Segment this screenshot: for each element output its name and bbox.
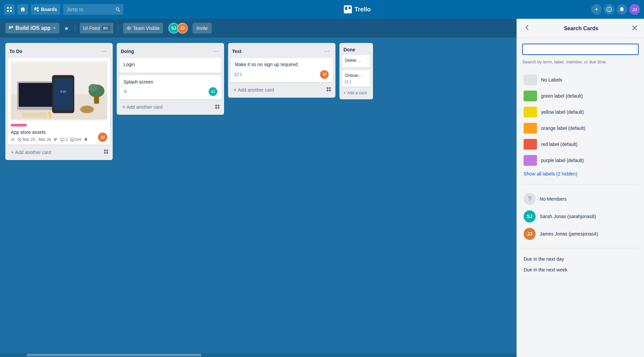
card-label: [11, 124, 27, 126]
card-login[interactable]: Login: [119, 58, 221, 73]
notifications-button[interactable]: [616, 4, 627, 15]
info-button[interactable]: [604, 4, 614, 15]
card-delete[interactable]: Delete ...: [342, 55, 370, 67]
member-item-no-members[interactable]: ? No Members: [522, 190, 639, 208]
invite-button[interactable]: Invite: [193, 23, 212, 34]
members-section: ? No Members SJ Sarah Jonas (sarahjonas8…: [522, 190, 639, 243]
search-panel-header: Search Cards: [517, 19, 644, 38]
visibility-label: Team Visible: [133, 26, 160, 31]
svg-point-26: [89, 84, 98, 92]
due-date-next-day[interactable]: Due in the next day: [522, 254, 639, 264]
list-menu-button-doing[interactable]: ···: [211, 47, 220, 55]
trello-logo-icon: [344, 5, 352, 13]
board-divider: [75, 25, 75, 32]
add-icon-doing: +: [122, 104, 125, 110]
card-title-app-store: App store assets: [11, 129, 107, 136]
card-title-onboard: Onboar...: [345, 73, 368, 79]
user-avatar-button[interactable]: JJ: [629, 4, 640, 15]
svg-rect-42: [106, 152, 108, 154]
yellow-label-name: yellow label (default): [541, 109, 584, 115]
add-card-button-done[interactable]: + Add a card: [342, 89, 370, 97]
board-scrollbar[interactable]: [0, 353, 517, 357]
no-label-swatch: [524, 74, 537, 85]
search-input[interactable]: [526, 47, 635, 52]
svg-rect-49: [329, 87, 331, 89]
due-dates-section: Due in the next day Due in the next week: [522, 254, 639, 275]
svg-rect-1: [10, 7, 12, 9]
list-title-test: Test: [232, 49, 241, 54]
nav-right-actions: + JJ: [591, 4, 640, 15]
ui-feed-button[interactable]: UI Feed BC: [80, 23, 113, 34]
comment-icon-test: 1: [235, 72, 242, 77]
svg-rect-41: [104, 152, 106, 154]
comment-count-test: 1: [240, 72, 242, 77]
due-date-next-week[interactable]: Due in the next week: [522, 264, 639, 275]
search-panel-close-button[interactable]: [631, 23, 639, 34]
board-scrollbar-thumb: [27, 354, 201, 356]
list-title-done: Done: [343, 47, 355, 52]
search-panel-back-button[interactable]: [522, 23, 532, 34]
board-title-button[interactable]: Build iOS app: [5, 23, 59, 34]
add-card-button-doing[interactable]: + Add another card: [119, 102, 213, 112]
svg-rect-47: [218, 107, 219, 109]
due-next-day-label: Due in the next day: [524, 256, 564, 262]
home-button[interactable]: [17, 4, 28, 15]
team-visible-button[interactable]: Team Visible: [123, 23, 163, 34]
add-button[interactable]: +: [591, 4, 602, 15]
add-card-button-test[interactable]: + Add another card: [231, 85, 325, 95]
show-all-labels-link[interactable]: Show all labels (2 hidden): [522, 168, 639, 179]
card-title-login: Login: [123, 61, 217, 68]
list-menu-button-test[interactable]: ···: [322, 47, 331, 55]
list-title-doing: Doing: [121, 49, 134, 54]
label-item-green[interactable]: green label (default): [522, 88, 639, 104]
add-card-actions-test: + Add another card: [231, 85, 333, 95]
boards-button[interactable]: Boards: [31, 4, 60, 15]
card-onboard[interactable]: Onboar... 1: [342, 70, 370, 87]
svg-rect-34: [54, 138, 57, 139]
svg-rect-0: [7, 7, 9, 9]
list-menu-button-todo[interactable]: ···: [100, 47, 109, 55]
card-no-sign-up[interactable]: Make it so no sign up required 1 JJ: [231, 58, 333, 82]
red-label-name: red label (default): [541, 142, 578, 147]
list-done: Done Delete ... Onboar... 1 + Add a card: [339, 43, 373, 99]
search-hint: Search by term, label, member, or due ti…: [522, 59, 639, 65]
member-item-james[interactable]: JJ James Jonas (jamesjonas4): [522, 225, 639, 243]
add-card-button-todo[interactable]: + Add another card: [8, 147, 102, 157]
orange-label-swatch: [524, 123, 537, 134]
label-item-yellow[interactable]: yellow label (default): [522, 104, 639, 120]
card-splash-screen[interactable]: Splash screen SJ: [119, 75, 221, 100]
james-avatar: JJ: [524, 228, 536, 240]
list-todo: To Do ···: [5, 43, 113, 160]
no-label-name: No Labels: [541, 77, 562, 83]
label-item-no-labels[interactable]: No Labels: [522, 72, 639, 88]
eye-icon-splash: [123, 90, 127, 94]
boards-label: Boards: [41, 7, 57, 12]
sarah-avatar: SJ: [524, 210, 536, 222]
search-cards-panel: Search Cards Search by term, label, memb…: [517, 19, 644, 357]
label-item-orange[interactable]: orange label (default): [522, 120, 639, 136]
label-item-purple[interactable]: purple label (default): [522, 152, 639, 168]
grid-menu-button[interactable]: [4, 4, 15, 15]
svg-rect-39: [104, 150, 106, 151]
card-template-button-doing[interactable]: [213, 103, 221, 112]
svg-point-16: [128, 28, 129, 29]
james-name: James Jonas (jamesjonas4): [540, 231, 598, 237]
card-template-button-todo[interactable]: [102, 148, 110, 157]
member-avatar-jj[interactable]: JJ: [177, 23, 188, 34]
label-item-red[interactable]: red label (default): [522, 136, 639, 152]
add-card-actions-done: + Add a card: [342, 89, 370, 97]
star-button[interactable]: ★: [63, 24, 70, 33]
member-item-sarah[interactable]: SJ Sarah Jonas (sarahjonas8): [522, 208, 639, 225]
list-header-test: Test ···: [231, 46, 333, 58]
jump-to-button[interactable]: Jump to...: [63, 4, 123, 15]
card-app-store-assets[interactable]: 8:15 App s: [8, 58, 110, 145]
comment-count: 2: [65, 137, 68, 142]
board-name: Build iOS app: [15, 25, 51, 31]
list-title-todo: To Do: [9, 49, 22, 54]
location-icon-item: [84, 138, 88, 142]
svg-rect-50: [327, 90, 328, 91]
card-template-button-test[interactable]: [325, 85, 333, 94]
svg-rect-37: [71, 138, 74, 141]
purple-label-name: purple label (default): [541, 158, 584, 163]
svg-rect-46: [215, 107, 217, 109]
